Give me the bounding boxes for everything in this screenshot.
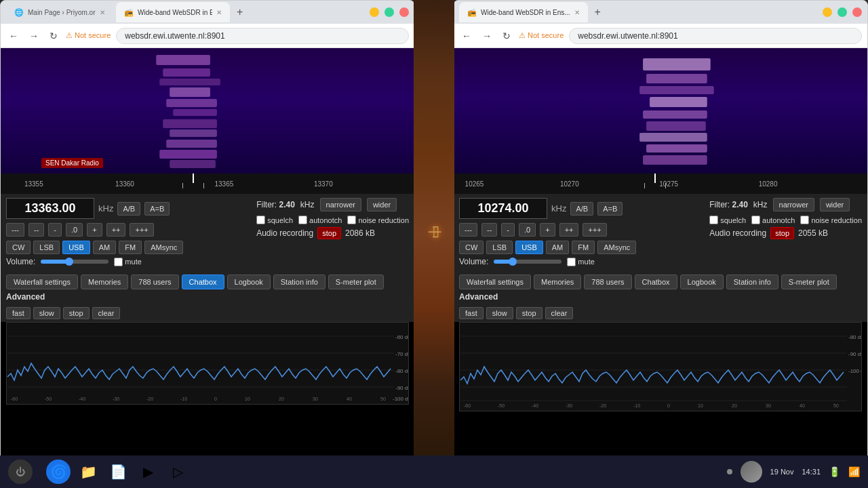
left-plus3-button[interactable]: +++ xyxy=(130,223,153,237)
left-plus1-button[interactable]: + xyxy=(87,223,102,237)
left-smeter-clear[interactable]: clear xyxy=(92,307,121,319)
right-plus3-button[interactable]: +++ xyxy=(583,223,606,237)
left-mode-usb[interactable]: USB xyxy=(62,241,90,254)
left-tab1-close[interactable]: ✕ xyxy=(100,9,105,16)
right-mode-cw[interactable]: CW xyxy=(459,241,484,254)
right-new-tab-button[interactable]: + xyxy=(591,6,605,18)
taskbar-docs-icon[interactable]: 📄 xyxy=(106,460,130,484)
taskbar-power-icon[interactable]: ⏻ xyxy=(8,460,33,484)
right-squelch-checkbox[interactable] xyxy=(709,216,718,224)
right-volume-slider[interactable] xyxy=(494,260,561,264)
left-tab-users[interactable]: 788 users xyxy=(131,274,178,289)
left-tab-memories[interactable]: Memories xyxy=(81,274,128,289)
right-back-button[interactable]: ← xyxy=(459,29,474,43)
left-wider-button[interactable]: wider xyxy=(367,198,397,211)
left-mute-checkbox[interactable] xyxy=(114,258,123,266)
right-smeter-fast[interactable]: fast xyxy=(459,307,484,319)
right-minus2-button[interactable]: -- xyxy=(481,223,497,237)
left-zero-button[interactable]: .0 xyxy=(66,223,83,237)
left-tab-2[interactable]: 📻 Wide-band WebSDR in Ens... ✕ xyxy=(116,2,230,22)
right-noisered-checkbox[interactable] xyxy=(800,216,809,224)
right-tab-users[interactable]: 788 users xyxy=(584,274,631,289)
left-ab-button[interactable]: A/B xyxy=(117,202,140,216)
right-waterfall[interactable] xyxy=(454,48,867,174)
right-smeter-clear[interactable]: clear xyxy=(545,307,574,319)
right-smeter-slow[interactable]: slow xyxy=(486,307,513,319)
left-reload-button[interactable]: ↻ xyxy=(47,29,60,43)
left-noisered-checkbox[interactable] xyxy=(347,216,356,224)
left-maximize-button[interactable] xyxy=(384,7,394,17)
left-minimize-button[interactable] xyxy=(370,7,379,17)
left-tab-waterfall[interactable]: Waterfall settings xyxy=(6,274,78,289)
right-tab-waterfall[interactable]: Waterfall settings xyxy=(459,274,531,289)
right-zero-button[interactable]: .0 xyxy=(519,223,536,237)
right-plus1-button[interactable]: + xyxy=(540,223,555,237)
left-smeter-slow[interactable]: slow xyxy=(33,307,60,319)
left-new-tab-button[interactable]: + xyxy=(233,6,247,18)
right-tab-1[interactable]: 📻 Wide-band WebSDR in Ens... ✕ xyxy=(459,2,588,22)
right-tab-logbook[interactable]: Logbook xyxy=(680,274,724,289)
left-smeter-stop[interactable]: stop xyxy=(63,307,90,319)
left-mode-fm[interactable]: FM xyxy=(119,241,142,254)
right-mute-checkbox[interactable] xyxy=(567,258,576,266)
left-tab2-close[interactable]: ✕ xyxy=(216,9,222,16)
right-mode-amsync[interactable]: AMsync xyxy=(597,241,636,254)
left-minus1-button[interactable]: - xyxy=(48,223,62,237)
right-maximize-button[interactable] xyxy=(837,7,847,17)
right-minimize-button[interactable] xyxy=(823,7,832,17)
right-frequency-input[interactable] xyxy=(459,198,547,219)
left-waterfall[interactable]: SEN Dakar Radio xyxy=(1,48,414,174)
left-tab-logbook[interactable]: Logbook xyxy=(227,274,271,289)
left-frequency-input[interactable] xyxy=(6,198,94,219)
taskbar-files-icon[interactable]: 📁 xyxy=(76,460,100,484)
left-minus2-button[interactable]: -- xyxy=(28,223,44,237)
left-tab-smeter[interactable]: S-meter plot xyxy=(328,274,384,289)
right-plus2-button[interactable]: ++ xyxy=(559,223,579,237)
left-aeqb-button[interactable]: A=B xyxy=(144,202,170,216)
right-mode-am[interactable]: AM xyxy=(546,241,570,254)
taskbar-youtube-icon[interactable]: ▶ xyxy=(136,460,160,484)
left-tab-station[interactable]: Station info xyxy=(273,274,326,289)
right-ab-button[interactable]: A/B xyxy=(570,202,593,216)
right-close-button[interactable] xyxy=(852,7,862,17)
right-mode-lsb[interactable]: LSB xyxy=(486,241,513,254)
right-stop-button[interactable]: stop xyxy=(770,227,794,239)
right-minus3-button[interactable]: --- xyxy=(459,223,477,237)
right-reload-button[interactable]: ↻ xyxy=(500,29,513,43)
left-tab-chatbox[interactable]: Chatbox xyxy=(182,274,224,289)
right-aeqb-button[interactable]: A=B xyxy=(597,202,623,216)
right-tab-memories[interactable]: Memories xyxy=(534,274,581,289)
taskbar-avatar[interactable] xyxy=(741,461,762,483)
right-smeter-stop[interactable]: stop xyxy=(516,307,542,319)
left-smeter-fast[interactable]: fast xyxy=(6,307,31,319)
left-mode-amsync[interactable]: AMsync xyxy=(144,241,183,254)
taskbar-chrome-icon[interactable]: 🌀 xyxy=(46,460,71,484)
left-close-button[interactable] xyxy=(399,7,409,17)
right-mode-fm[interactable]: FM xyxy=(572,241,595,254)
left-stop-button[interactable]: stop xyxy=(317,227,341,239)
right-autonotch-checkbox[interactable] xyxy=(751,216,760,224)
right-mode-usb[interactable]: USB xyxy=(515,241,543,254)
right-tab1-close[interactable]: ✕ xyxy=(574,9,580,16)
left-forward-button[interactable]: → xyxy=(26,29,41,43)
right-minus1-button[interactable]: - xyxy=(501,223,515,237)
right-forward-button[interactable]: → xyxy=(479,29,494,43)
left-squelch-checkbox[interactable] xyxy=(256,216,265,224)
taskbar-play-icon[interactable]: ▷ xyxy=(165,460,190,484)
left-plus2-button[interactable]: ++ xyxy=(106,223,126,237)
right-wider-button[interactable]: wider xyxy=(820,198,850,211)
right-tab-smeter[interactable]: S-meter plot xyxy=(781,274,837,289)
right-address-input[interactable] xyxy=(569,28,862,44)
left-back-button[interactable]: ← xyxy=(6,29,21,43)
left-minus3-button[interactable]: --- xyxy=(6,223,24,237)
left-volume-slider[interactable] xyxy=(41,260,108,264)
left-address-input[interactable] xyxy=(116,28,409,44)
left-mode-cw[interactable]: CW xyxy=(6,241,31,254)
right-tab-station[interactable]: Station info xyxy=(726,274,778,289)
right-tab-chatbox[interactable]: Chatbox xyxy=(635,274,677,289)
left-mode-am[interactable]: AM xyxy=(93,241,117,254)
left-mode-lsb[interactable]: LSB xyxy=(33,241,60,254)
left-narrower-button[interactable]: narrower xyxy=(320,198,361,211)
left-tab-1[interactable]: 🌐 Main Page › Priyom.org ✕ xyxy=(6,2,113,22)
right-narrower-button[interactable]: narrower xyxy=(773,198,814,211)
